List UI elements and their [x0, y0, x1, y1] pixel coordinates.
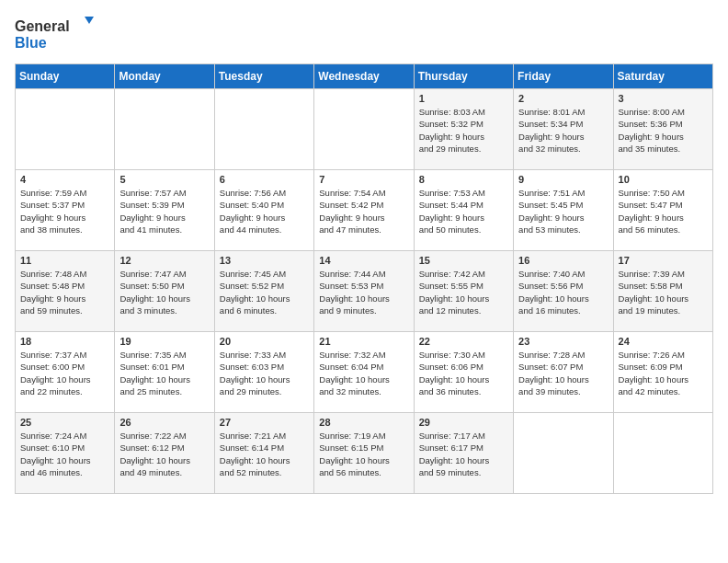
day-number: 13: [220, 255, 309, 266]
day-number: 19: [119, 336, 209, 347]
day-info: Sunrise: 7:47 AM Sunset: 5:50 PM Dayligh…: [119, 268, 209, 316]
day-info: Sunrise: 7:57 AM Sunset: 5:39 PM Dayligh…: [119, 187, 209, 236]
day-number: 26: [119, 417, 209, 428]
day-cell: 19Sunrise: 7:35 AM Sunset: 6:01 PM Dayli…: [115, 332, 214, 413]
svg-text:General: General: [15, 18, 70, 34]
day-info: Sunrise: 7:51 AM Sunset: 5:45 PM Dayligh…: [518, 187, 608, 236]
day-info: Sunrise: 7:19 AM Sunset: 6:15 PM Dayligh…: [319, 430, 408, 478]
day-number: 15: [419, 255, 508, 266]
day-cell: [314, 89, 414, 170]
header-thursday: Thursday: [414, 64, 513, 89]
day-number: 28: [319, 417, 408, 428]
day-number: 12: [119, 255, 209, 266]
day-info: Sunrise: 7:48 AM Sunset: 5:48 PM Dayligh…: [20, 268, 109, 316]
day-info: Sunrise: 8:00 AM Sunset: 5:36 PM Dayligh…: [619, 106, 708, 155]
header-saturday: Saturday: [613, 64, 712, 89]
day-cell: 20Sunrise: 7:33 AM Sunset: 6:03 PM Dayli…: [214, 332, 313, 413]
day-number: 14: [319, 255, 408, 266]
day-number: 3: [619, 93, 708, 104]
day-cell: 26Sunrise: 7:22 AM Sunset: 6:12 PM Dayli…: [115, 413, 214, 494]
day-cell: [16, 89, 115, 170]
day-number: 23: [518, 336, 608, 347]
day-cell: 5Sunrise: 7:57 AM Sunset: 5:39 PM Daylig…: [115, 170, 214, 251]
day-info: Sunrise: 7:24 AM Sunset: 6:10 PM Dayligh…: [20, 430, 109, 478]
day-number: 29: [419, 417, 508, 428]
day-number: 18: [20, 336, 109, 347]
day-number: 20: [220, 336, 309, 347]
day-cell: 28Sunrise: 7:19 AM Sunset: 6:15 PM Dayli…: [314, 413, 414, 494]
day-info: Sunrise: 8:03 AM Sunset: 5:32 PM Dayligh…: [419, 106, 508, 155]
day-cell: 16Sunrise: 7:40 AM Sunset: 5:56 PM Dayli…: [514, 251, 613, 332]
day-info: Sunrise: 7:42 AM Sunset: 5:55 PM Dayligh…: [419, 268, 508, 316]
day-cell: 6Sunrise: 7:56 AM Sunset: 5:40 PM Daylig…: [214, 170, 313, 251]
week-row-5: 25Sunrise: 7:24 AM Sunset: 6:10 PM Dayli…: [16, 413, 713, 494]
calendar-table: SundayMondayTuesdayWednesdayThursdayFrid…: [15, 63, 713, 494]
day-info: Sunrise: 7:30 AM Sunset: 6:06 PM Dayligh…: [419, 349, 508, 397]
header-tuesday: Tuesday: [214, 64, 313, 89]
day-cell: 1Sunrise: 8:03 AM Sunset: 5:32 PM Daylig…: [414, 89, 513, 170]
day-number: 6: [220, 174, 309, 185]
day-cell: 12Sunrise: 7:47 AM Sunset: 5:50 PM Dayli…: [115, 251, 214, 332]
week-row-3: 11Sunrise: 7:48 AM Sunset: 5:48 PM Dayli…: [16, 251, 713, 332]
day-info: Sunrise: 7:22 AM Sunset: 6:12 PM Dayligh…: [119, 430, 209, 478]
day-cell: 15Sunrise: 7:42 AM Sunset: 5:55 PM Dayli…: [414, 251, 513, 332]
day-number: 4: [20, 174, 109, 185]
day-number: 27: [220, 417, 309, 428]
header-wednesday: Wednesday: [314, 64, 414, 89]
day-cell: 8Sunrise: 7:53 AM Sunset: 5:44 PM Daylig…: [414, 170, 513, 251]
week-row-2: 4Sunrise: 7:59 AM Sunset: 5:37 PM Daylig…: [16, 170, 713, 251]
day-cell: 25Sunrise: 7:24 AM Sunset: 6:10 PM Dayli…: [16, 413, 115, 494]
day-info: Sunrise: 7:56 AM Sunset: 5:40 PM Dayligh…: [220, 187, 309, 236]
day-number: 1: [419, 93, 508, 104]
day-number: 11: [20, 255, 109, 266]
day-info: Sunrise: 7:21 AM Sunset: 6:14 PM Dayligh…: [220, 430, 309, 478]
day-info: Sunrise: 7:17 AM Sunset: 6:17 PM Dayligh…: [419, 430, 508, 478]
day-number: 8: [419, 174, 508, 185]
header-monday: Monday: [115, 64, 214, 89]
day-info: Sunrise: 7:53 AM Sunset: 5:44 PM Dayligh…: [419, 187, 508, 236]
day-cell: 24Sunrise: 7:26 AM Sunset: 6:09 PM Dayli…: [613, 332, 712, 413]
header-friday: Friday: [514, 64, 613, 89]
logo-svg: General Blue: [15, 15, 97, 56]
day-info: Sunrise: 7:28 AM Sunset: 6:07 PM Dayligh…: [518, 349, 608, 397]
day-number: 16: [518, 255, 608, 266]
day-info: Sunrise: 7:44 AM Sunset: 5:53 PM Dayligh…: [319, 268, 408, 316]
day-cell: 2Sunrise: 8:01 AM Sunset: 5:34 PM Daylig…: [514, 89, 613, 170]
day-number: 24: [619, 336, 708, 347]
day-cell: 17Sunrise: 7:39 AM Sunset: 5:58 PM Dayli…: [613, 251, 712, 332]
svg-text:Blue: Blue: [15, 35, 47, 51]
day-info: Sunrise: 7:59 AM Sunset: 5:37 PM Dayligh…: [20, 187, 109, 236]
day-cell: [613, 413, 712, 494]
day-cell: 11Sunrise: 7:48 AM Sunset: 5:48 PM Dayli…: [16, 251, 115, 332]
day-cell: 3Sunrise: 8:00 AM Sunset: 5:36 PM Daylig…: [613, 89, 712, 170]
day-cell: 14Sunrise: 7:44 AM Sunset: 5:53 PM Dayli…: [314, 251, 414, 332]
day-info: Sunrise: 7:37 AM Sunset: 6:00 PM Dayligh…: [20, 349, 109, 397]
day-number: 10: [619, 174, 708, 185]
week-row-1: 1Sunrise: 8:03 AM Sunset: 5:32 PM Daylig…: [16, 89, 713, 170]
day-cell: 27Sunrise: 7:21 AM Sunset: 6:14 PM Dayli…: [214, 413, 313, 494]
calendar-header-row: SundayMondayTuesdayWednesdayThursdayFrid…: [16, 64, 713, 89]
day-cell: 23Sunrise: 7:28 AM Sunset: 6:07 PM Dayli…: [514, 332, 613, 413]
day-info: Sunrise: 7:40 AM Sunset: 5:56 PM Dayligh…: [518, 268, 608, 316]
day-info: Sunrise: 7:50 AM Sunset: 5:47 PM Dayligh…: [619, 187, 708, 236]
day-cell: 29Sunrise: 7:17 AM Sunset: 6:17 PM Dayli…: [414, 413, 513, 494]
day-cell: [115, 89, 214, 170]
day-info: Sunrise: 8:01 AM Sunset: 5:34 PM Dayligh…: [518, 106, 608, 155]
day-cell: 7Sunrise: 7:54 AM Sunset: 5:42 PM Daylig…: [314, 170, 414, 251]
page-header: General Blue: [15, 15, 713, 56]
day-info: Sunrise: 7:33 AM Sunset: 6:03 PM Dayligh…: [220, 349, 309, 397]
day-cell: [214, 89, 313, 170]
day-cell: 13Sunrise: 7:45 AM Sunset: 5:52 PM Dayli…: [214, 251, 313, 332]
day-info: Sunrise: 7:54 AM Sunset: 5:42 PM Dayligh…: [319, 187, 408, 236]
day-number: 5: [119, 174, 209, 185]
header-sunday: Sunday: [16, 64, 115, 89]
day-info: Sunrise: 7:32 AM Sunset: 6:04 PM Dayligh…: [319, 349, 408, 397]
day-info: Sunrise: 7:45 AM Sunset: 5:52 PM Dayligh…: [220, 268, 309, 316]
day-info: Sunrise: 7:39 AM Sunset: 5:58 PM Dayligh…: [619, 268, 708, 316]
day-number: 7: [319, 174, 408, 185]
logo: General Blue: [15, 15, 97, 56]
day-number: 17: [619, 255, 708, 266]
day-cell: [514, 413, 613, 494]
day-cell: 4Sunrise: 7:59 AM Sunset: 5:37 PM Daylig…: [16, 170, 115, 251]
day-cell: 10Sunrise: 7:50 AM Sunset: 5:47 PM Dayli…: [613, 170, 712, 251]
